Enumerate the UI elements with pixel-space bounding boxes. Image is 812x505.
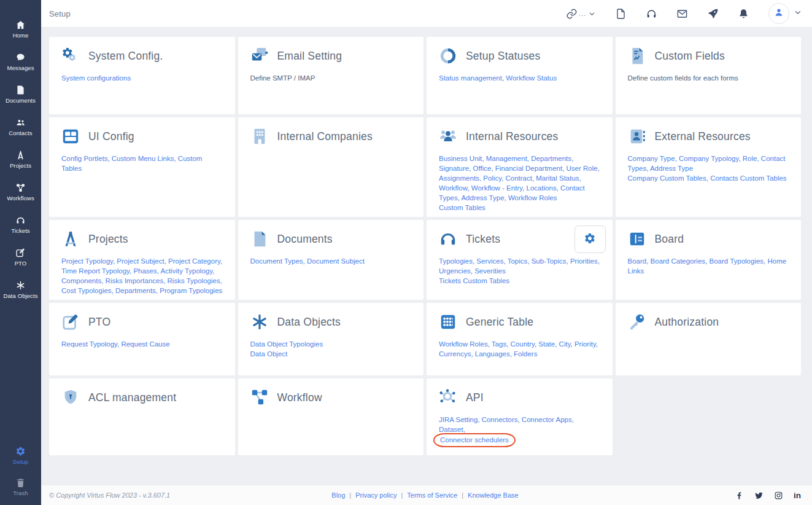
sidebar-item-projects[interactable]: Projects [0,150,41,169]
card-link[interactable]: Connector schedulers [440,436,509,444]
card-title: Custom Fields [655,50,725,63]
card-link[interactable]: JIRA Setting, Connectors, Connector Apps… [439,416,574,433]
card-header: Workflow [250,388,412,407]
footer-link-blog[interactable]: Blog [331,491,345,499]
topbar: Setup ... [41,0,812,28]
sidebar-item-setup[interactable]: Setup [0,446,41,465]
card-link[interactable]: Company Type, Company Typology, Role, Co… [628,155,786,172]
card-projects[interactable]: Projects Project Typology, Project Subje… [49,220,235,300]
sidebar-item-messages[interactable]: Messages [0,52,41,71]
card-email-setting[interactable]: Email Setting Define SMTP / IMAP [238,37,424,114]
main-area: Setup ... [41,0,812,505]
card-link[interactable]: Board, Board Categories, Board Typologie… [628,257,787,275]
card-internal-companies[interactable]: Internal Companies [238,117,424,217]
card-link[interactable]: Company Custom Tables, Contacts Custom T… [628,174,787,182]
card-header: Authorization [628,313,789,331]
sidebar-item-label: Trash [13,490,28,496]
quick-links-dropdown[interactable]: ... [566,8,596,20]
card-api[interactable]: API JIRA Setting, Connectors, Connector … [427,378,613,455]
sidebar-item-data-objects[interactable]: Data Objects [0,280,41,299]
card-system-config[interactable]: System Config. System configurations [49,37,235,114]
sidebar-item-label: Workflows [7,195,34,202]
twitter-icon[interactable] [754,491,764,500]
footer-link-privacy-policy[interactable]: Privacy policy [355,491,396,499]
custom-fields-icon [628,47,646,65]
card-link[interactable]: System configurations [61,74,131,82]
card-title: Generic Table [466,316,533,329]
card-description: Define custom fields for each forms [628,73,789,83]
whats-new-button[interactable] [707,8,719,20]
card-title: Workflow [277,391,322,404]
card-header: Generic Table [439,313,600,331]
facebook-icon[interactable] [735,491,744,500]
linkedin-icon[interactable]: in [794,491,801,500]
card-authorization[interactable]: Authorization [616,303,802,375]
bell-icon [738,8,749,20]
card-link[interactable]: Document Types, Document Subject [250,257,365,265]
footer-link-knowledge-base[interactable]: Knowledge Base [468,491,519,499]
card-header: API [439,388,600,407]
gears-icon [61,47,80,65]
documents-button[interactable] [615,8,627,20]
card-header: External Resources [628,127,789,146]
card-generic-table[interactable]: Generic Table Workflow Roles, Tags, Coun… [427,303,613,375]
footer: © Copyright Virtus Flow 2023 - v.3.607.1… [41,485,812,505]
card-link-line: Business Unit, Management, Departments, … [439,154,600,203]
card-link[interactable]: Custom Tables [439,204,485,211]
footer-links: Blog| Privacy policy| Terms of Service| … [331,491,518,499]
sidebar-item-pto[interactable]: PTO [0,248,41,267]
support-button[interactable] [646,8,657,20]
card-ui-config[interactable]: UI Config Config Portlets, Custom Menu L… [49,117,235,217]
workflows-icon [15,182,26,193]
sidebar-item-trash[interactable]: Trash [0,477,41,496]
card-workflow[interactable]: Workflow [238,378,424,455]
card-tickets[interactable]: Tickets Typologies, Services, Topics, Su… [427,220,613,300]
mail-button[interactable] [676,8,688,20]
document-file-icon [250,230,269,248]
sidebar-item-contacts[interactable]: Contacts [0,117,41,136]
card-custom-fields[interactable]: Custom Fields Define custom fields for e… [616,37,802,114]
card-pto[interactable]: PTO Request Typology, Request Cause [49,303,235,375]
envelope-icon [676,8,688,20]
user-menu[interactable] [768,3,802,24]
card-link[interactable]: Config Portlets, Custom Menu Links, Cust… [61,155,202,172]
card-acl-management[interactable]: ACL management [49,378,235,455]
card-link[interactable]: Data Object Typologies [250,340,323,348]
card-link[interactable]: Status management, Workflow Status [439,74,557,82]
sidebar-item-documents[interactable]: Documents [0,85,41,104]
asterisk-icon [250,313,269,331]
card-link[interactable]: Data Object [250,350,288,358]
status-ring-icon [439,47,457,65]
card-link-line: JIRA Setting, Connectors, Connector Apps… [439,415,600,434]
instagram-icon[interactable] [774,491,783,500]
sidebar-item-label: Messages [7,65,34,71]
card-link[interactable]: Tickets Custom Tables [439,277,509,284]
card-setup-statuses[interactable]: Setup Statuses Status management, Workfl… [427,37,613,114]
card-board[interactable]: Board Board, Board Categories, Board Typ… [616,220,802,300]
card-header: Internal Companies [250,127,412,146]
card-title: ACL management [88,391,176,404]
card-link[interactable]: Request Typology, Request Cause [61,340,170,348]
card-link-line: Company Custom Tables, Contacts Custom T… [628,173,789,183]
card-link[interactable]: Project Typology, Project Subject, Proje… [61,257,222,294]
card-title: UI Config [88,130,134,143]
card-documents[interactable]: Documents Document Types, Document Subje… [238,220,424,300]
card-link-line: Tickets Custom Tables [439,276,600,286]
card-row: System Config. System configurations Ema… [49,37,801,114]
card-link[interactable]: Business Unit, Management, Departments, … [439,155,600,202]
card-link[interactable]: Typologies, Services, Topics, Sub-Topics… [439,257,600,275]
page-title: Setup [49,9,71,18]
card-external-resources[interactable]: External Resources Company Type, Company… [616,117,802,217]
card-internal-resources[interactable]: Internal Resources Business Unit, Manage… [427,117,613,217]
card-title: Authorization [655,316,719,329]
footer-link-terms-of-service[interactable]: Terms of Service [407,491,457,499]
notifications-button[interactable] [738,8,749,20]
card-data-objects[interactable]: Data Objects Data Object TypologiesData … [238,303,424,375]
sidebar-item-label: Setup [13,458,28,465]
sidebar-item-home[interactable]: Home [0,20,41,39]
card-header: Internal Resources [439,127,600,146]
tickets-settings-button[interactable] [574,225,606,253]
sidebar-item-workflows[interactable]: Workflows [0,182,41,202]
card-link[interactable]: Workflow Roles, Tags, Country, State, Ci… [439,340,598,358]
sidebar-item-tickets[interactable]: Tickets [0,215,41,234]
